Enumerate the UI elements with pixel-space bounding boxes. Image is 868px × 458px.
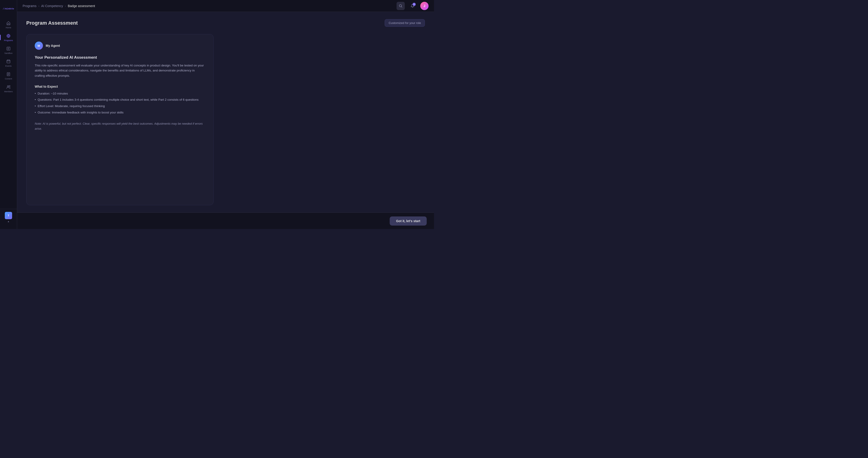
assessment-card: M My Agent Your Personalized AI Assessme… [26,34,214,205]
what-to-expect-title: What to Expect [35,85,205,88]
svg-text:J: J [424,4,425,8]
agent-initials: M [38,44,40,47]
bullet-item-outcome: • Outcome: Immediate feedback with insig… [35,110,205,115]
sidebar-item-sandbox[interactable]: Sandbox [0,44,17,57]
sidebar-item-content-label: Content [5,78,12,80]
sidebar-item-events-label: Events [5,65,12,67]
bottom-bar: Got it, let's start [17,212,434,229]
bullet-text-questions: Questions: Part 1 includes 3-4 questions… [38,97,199,102]
page-title: Program Assessment [26,20,78,26]
bullet-item-questions: • Questions: Part 1 includes 3-4 questio… [35,97,205,102]
assessment-note: Note: AI is powerful, but not perfect. C… [35,121,205,131]
assessment-title: Your Personalized AI Assessment [35,55,205,60]
agent-header: M My Agent [35,41,205,50]
sidebar-item-members-label: Members [4,90,13,93]
assessment-intro: This role-specific assessment will evalu… [35,63,205,78]
members-icon [6,85,11,90]
agent-avatar: M [35,41,43,50]
sidebar-item-programs[interactable]: Programs [0,31,17,44]
sandbox-icon [6,46,11,51]
content-icon [6,72,11,77]
bullet-text-duration: Duration: ~10 minutes [38,91,68,96]
breadcrumb-separator-1: › [38,4,39,8]
sidebar-item-members[interactable]: Members [0,82,17,95]
notification-badge: 1 [412,3,416,6]
bullet-item-effort: • Effort Level: Moderate, requiring focu… [35,104,205,109]
notification-button[interactable]: 1 [408,2,416,10]
sidebar-user-section: T ▲ [0,209,17,225]
bullet-item-duration: • Duration: ~10 minutes [35,91,205,96]
sidebar-item-content[interactable]: Content [0,69,17,82]
svg-point-9 [7,86,9,87]
svg-point-10 [9,86,10,87]
chevron-up-icon: ▲ [7,220,9,223]
sidebar-item-events[interactable]: Events [0,57,17,69]
breadcrumb-badge-assessment: Badge assessment [68,4,95,8]
search-button[interactable] [397,2,405,10]
sidebar-item-home[interactable]: Home [0,18,17,31]
breadcrumb-separator-2: › [65,4,66,8]
bullet-list: • Duration: ~10 minutes • Questions: Par… [35,91,205,115]
search-icon [399,4,402,8]
main-content: Programs › AI Competency › Badge assessm… [17,0,434,229]
agent-name: My Agent [46,44,60,47]
svg-text://mindstone: //mindstone [3,7,14,10]
bullet-text-outcome: Outcome: Immediate feedback with insight… [38,110,124,115]
events-icon [6,59,11,64]
bullet-text-effort: Effort Level: Moderate, requiring focuse… [38,104,105,109]
sidebar: //mindstone Home Programs [0,0,17,229]
start-button[interactable]: Got it, let's start [390,217,427,226]
user-avatar[interactable]: J [420,2,429,10]
logo: //mindstone [2,4,15,13]
page-content: Program Assessment Customized for your r… [17,12,434,212]
programs-icon [6,33,11,38]
svg-rect-8 [7,60,10,63]
breadcrumb-programs[interactable]: Programs [23,4,36,8]
sidebar-user-avatar[interactable]: T [5,212,12,219]
breadcrumb: Programs › AI Competency › Badge assessm… [23,4,395,8]
customized-badge: Customized for your role [385,19,425,27]
home-icon [6,21,11,26]
topbar-actions: 1 J [397,2,429,10]
page-header: Program Assessment Customized for your r… [26,19,425,27]
sidebar-user-initials: T [8,214,9,217]
svg-point-2 [8,35,9,36]
sidebar-item-programs-label: Programs [4,39,13,41]
sidebar-item-home-label: Home [6,27,11,29]
sidebar-item-sandbox-label: Sandbox [4,52,12,54]
topbar: Programs › AI Competency › Badge assessm… [17,0,434,12]
breadcrumb-ai-competency[interactable]: AI Competency [41,4,63,8]
